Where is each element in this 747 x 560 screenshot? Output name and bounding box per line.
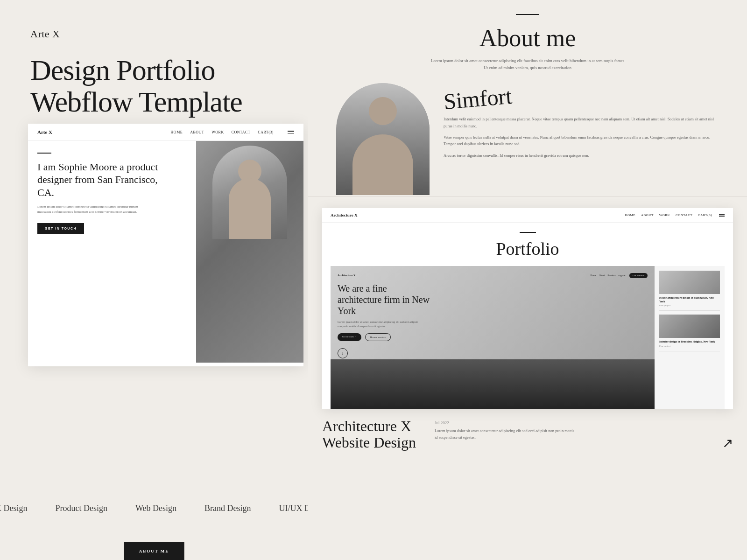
about-photo bbox=[336, 83, 430, 195]
portfolio-title: Portfolio bbox=[331, 238, 725, 259]
brand-name: Arte X bbox=[30, 28, 278, 40]
arch-sidebar-label-2: Fine project bbox=[659, 345, 720, 347]
mockup-photo bbox=[196, 141, 303, 363]
pnav-home: HOME bbox=[625, 213, 635, 217]
nav-cart: CART(3) bbox=[258, 130, 274, 134]
arch-sidebar-item-1: House architecture design in Manhattan, … bbox=[659, 271, 720, 311]
portfolio-arrow-icon[interactable]: ↗ bbox=[722, 435, 733, 451]
arch-sidebar-img-1 bbox=[659, 271, 720, 294]
mockup-headline: I am Sophie Moore a product designer fro… bbox=[37, 161, 159, 199]
about-content: Simfort Interdum velit euismod in pellen… bbox=[336, 83, 719, 195]
categories-bar: X Design Product Design Web Design Brand… bbox=[0, 494, 308, 523]
person-body bbox=[229, 178, 271, 239]
about-right-content: Simfort Interdum velit euismod in pellen… bbox=[444, 83, 719, 163]
arch-sidebar-label-1: Fine project bbox=[659, 304, 720, 307]
mockup-nav: Arte X HOME ABOUT WORK CONTACT CART(3) bbox=[28, 124, 303, 141]
portfolio-project-title: Architecture X Website Design bbox=[322, 418, 416, 451]
about-text-1: Interdum velit euismod in pellentesque m… bbox=[444, 116, 719, 129]
project-title-line2: Website Design bbox=[322, 434, 416, 451]
signature: Simfort bbox=[443, 85, 513, 113]
mockup-logo: Arte X bbox=[37, 129, 52, 135]
mockup-nav-links: HOME ABOUT WORK CONTACT CART(3) bbox=[171, 130, 274, 134]
portfolio-date: Jul 2022 bbox=[435, 420, 575, 425]
arch-paragraph: Lorem ipsum dolor sit amet, consectetur … bbox=[338, 320, 422, 329]
category-x-design: X Design bbox=[0, 504, 28, 513]
about-title: About me bbox=[336, 24, 719, 52]
about-top-line bbox=[516, 14, 539, 15]
arch-nav-about: About bbox=[599, 274, 605, 277]
get-in-touch-button[interactable]: GET IN TOUCH bbox=[37, 223, 84, 234]
right-panel: About me Lorem ipsum dolor sit amet cons… bbox=[308, 0, 747, 560]
nav-about: ABOUT bbox=[190, 130, 204, 134]
portfolio-nav: Architecture X HOME ABOUT WORK CONTACT C… bbox=[322, 208, 733, 223]
arch-hero: Architecture X Home About Services Pages… bbox=[331, 266, 655, 409]
nav-contact: CONTACT bbox=[232, 130, 251, 134]
category-brand-design: Brand Design bbox=[204, 504, 251, 513]
mockup-photo-inner bbox=[196, 141, 303, 363]
arch-nav-bar: Architecture X Home About Services Pages… bbox=[338, 273, 648, 278]
arch-nav-home: Home bbox=[591, 274, 596, 277]
arch-logo: Architecture X bbox=[338, 274, 355, 277]
mockup-body: I am Sophie Moore a product designer fro… bbox=[28, 141, 303, 363]
person-figure bbox=[212, 146, 287, 239]
main-title: Design Portfolio Webflow Template bbox=[30, 54, 278, 118]
hamburger-icon bbox=[288, 131, 294, 133]
mockup-paragraph: Lorem ipsum dolor sit amet consectetur a… bbox=[37, 204, 140, 215]
pnav-work: WORK bbox=[659, 213, 670, 217]
arch-nav-items: Home About Services Pages ▾ bbox=[591, 274, 626, 277]
pnav-contact: CONTACT bbox=[676, 213, 692, 217]
about-text-3: Arcu ac tortor dignissim convallis. Id s… bbox=[444, 152, 719, 159]
mockup-card: Arte X HOME ABOUT WORK CONTACT CART(3) I… bbox=[28, 124, 303, 366]
arch-headline: We are a fine architecture firm in New Y… bbox=[338, 283, 431, 316]
arch-nav-services: Services bbox=[607, 274, 615, 277]
portfolio-body: Portfolio Architecture X Home About Serv… bbox=[322, 223, 733, 405]
arch-sidebar-title-1: House architecture design in Manhattan, … bbox=[659, 296, 720, 304]
arch-buttons: Get in touch → Browse services bbox=[338, 333, 648, 341]
arch-sidebar: House architecture design in Manhattan, … bbox=[655, 266, 725, 409]
photo-arch-shape bbox=[212, 146, 287, 239]
arch-nav-pages: Pages ▾ bbox=[618, 274, 626, 277]
about-me-button[interactable]: ABOUT ME bbox=[124, 542, 184, 560]
main-title-line2: Webflow Template bbox=[30, 86, 242, 118]
nav-work: WORK bbox=[211, 130, 224, 134]
left-panel: Arte X Design Portfolio Webflow Template… bbox=[0, 0, 308, 560]
portfolio-nav-links: HOME ABOUT WORK CONTACT CART(3) bbox=[625, 213, 712, 217]
category-web-design: Web Design bbox=[135, 504, 176, 513]
about-photo-bg bbox=[336, 83, 430, 195]
portfolio-hamburger-icon bbox=[719, 214, 725, 217]
portfolio-project-meta: Jul 2022 Lorem ipsum dolor sit amet cons… bbox=[435, 418, 575, 441]
arch-services-btn: Browse services bbox=[365, 333, 391, 341]
portfolio-section: Architecture X HOME ABOUT WORK CONTACT C… bbox=[308, 196, 747, 560]
category-product-design: Product Design bbox=[56, 504, 108, 513]
portfolio-info: Architecture X Website Design Jul 2022 L… bbox=[322, 418, 733, 451]
arch-sidebar-img-2 bbox=[659, 315, 720, 338]
arch-building-image bbox=[331, 359, 655, 409]
portfolio-description: Lorem ipsum dolor sit amet consectetur a… bbox=[435, 428, 575, 441]
pnav-about: ABOUT bbox=[641, 213, 654, 217]
main-title-line1: Design Portfolio bbox=[30, 54, 215, 86]
portfolio-inner-card: Architecture X Home About Services Pages… bbox=[331, 266, 725, 409]
arch-cta-btn: Get in touch → bbox=[338, 333, 361, 341]
about-text-2: Vitae semper quis lectus nulla at volutp… bbox=[444, 134, 719, 147]
arch-sidebar-item-2: Interior design in Brooklyn Heights, New… bbox=[659, 315, 720, 351]
mockup-divider bbox=[37, 153, 51, 154]
about-section: About me Lorem ipsum dolor sit amet cons… bbox=[308, 0, 747, 196]
project-title-line1: Architecture X bbox=[322, 418, 411, 434]
portfolio-divider bbox=[520, 232, 536, 233]
portfolio-card: Architecture X HOME ABOUT WORK CONTACT C… bbox=[322, 208, 733, 409]
about-person-body bbox=[352, 134, 413, 195]
arch-sidebar-title-2: Interior design in Brooklyn Heights, New… bbox=[659, 340, 720, 343]
pnav-cart: CART(3) bbox=[698, 213, 712, 217]
arch-header-cta: Get in touch bbox=[629, 273, 648, 278]
about-subtitle: Lorem ipsum dolor sit amet consectetur a… bbox=[430, 57, 626, 72]
portfolio-logo: Architecture X bbox=[331, 213, 357, 217]
portfolio-project-details: Architecture X Website Design bbox=[322, 418, 416, 451]
nav-home: HOME bbox=[171, 130, 183, 134]
about-person-head bbox=[369, 97, 397, 125]
arch-scroll-indicator: ↓ bbox=[338, 348, 348, 358]
